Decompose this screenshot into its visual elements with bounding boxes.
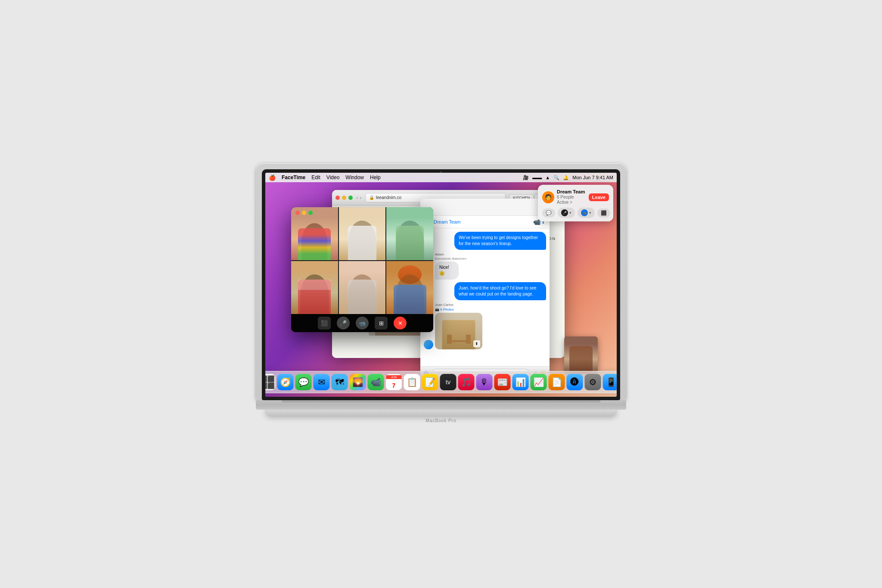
widget-info: Dream Team 6 People Active > (557, 189, 586, 205)
participant-3 (386, 207, 433, 260)
close-dot[interactable] (335, 196, 340, 200)
dock-notes[interactable]: 📝 (422, 374, 438, 390)
message-bubble-sent: We've been trying to get designs togethe… (454, 232, 546, 250)
menu-video[interactable]: Video (326, 174, 339, 180)
share-icon[interactable]: ⬆ (473, 340, 480, 347)
desktop-background: 🍎 FaceTime Edit Video Window Help 🎥 ▬▬ ▲… (265, 173, 617, 397)
notification-icon: 🔔 (563, 175, 569, 180)
forward-icon[interactable]: › (360, 194, 361, 201)
dock-photos[interactable]: 🌄 (350, 374, 366, 390)
menu-window[interactable]: Window (345, 174, 364, 180)
screenshare-button[interactable]: ⬛ (597, 208, 610, 218)
menubar-left: 🍎 FaceTime Edit Video Window Help (269, 174, 381, 181)
minimize-dot[interactable] (342, 196, 346, 200)
dock-launchpad[interactable]: ⬛⬛⬛⬛ (265, 374, 276, 390)
settings-icon: ⚙ (589, 377, 597, 387)
keynote-icon: 📊 (515, 377, 526, 387)
dock-pages[interactable]: 📄 (549, 374, 565, 390)
date-time: Mon Jun 7 9:41 AM (572, 175, 613, 180)
mic-button[interactable]: 🎤 ▾ (558, 208, 575, 218)
layout-button[interactable]: ⊞ (375, 317, 388, 330)
wifi-icon: ▲ (545, 175, 550, 180)
leave-call-button[interactable]: Leave (589, 193, 609, 201)
participant-1 (291, 207, 338, 260)
news-icon: 📰 (497, 377, 508, 387)
chevron-down-icon: ▾ (569, 211, 571, 215)
dock-music[interactable]: 🎵 (458, 374, 475, 390)
ft-close-dot[interactable] (295, 211, 300, 215)
recipient-label: Dream Team (434, 219, 461, 224)
dock-safari[interactable]: 🧭 (277, 374, 294, 390)
macbook-label: MacBook Pro (256, 417, 626, 425)
menu-edit[interactable]: Edit (311, 174, 320, 180)
dock-facetime[interactable]: 📹 (368, 374, 384, 390)
pages-icon: 📄 (551, 377, 562, 387)
end-call-button[interactable]: ✕ (394, 317, 407, 330)
dock-mail[interactable]: ✉ (314, 374, 330, 390)
macbook-base (256, 400, 626, 410)
widget-subtitle: 6 People Active > (557, 195, 586, 205)
maximize-dot[interactable] (348, 196, 353, 200)
participant-6 (386, 261, 433, 314)
menubar-right: 🎥 ▬▬ ▲ 🔍 🔔 Mon Jun 7 9:41 AM (523, 175, 613, 180)
dock-screen-time[interactable]: 📱 (603, 374, 617, 390)
safari-icon: 🧭 (280, 377, 291, 387)
photo-card[interactable]: ⬆ (435, 313, 482, 349)
mail-icon: ✉ (318, 377, 325, 387)
messages-body: We've been trying to get designs togethe… (420, 228, 550, 366)
macbook-hinge (282, 400, 600, 403)
mute-button[interactable]: 🎤 (337, 317, 350, 330)
juan-avatar (424, 340, 433, 349)
launchpad-icon: ⬛⬛⬛⬛ (265, 375, 275, 389)
lock-icon: 🔒 (369, 195, 374, 200)
dock-maps[interactable]: 🗺 (332, 374, 348, 390)
apple-menu[interactable]: 🍎 (269, 174, 276, 181)
participant-2 (339, 207, 386, 260)
back-icon[interactable]: ‹ (356, 194, 358, 201)
maps-icon: 🗺 (335, 377, 344, 387)
facetime-notification-widget: 🧑 Dream Team 6 People Active > Leave 💬 (538, 185, 613, 221)
dock-numbers[interactable]: 📈 (531, 374, 547, 390)
dock-podcasts[interactable]: 🎙 (476, 374, 493, 390)
app-name: FaceTime (282, 174, 305, 180)
appletv-icon: tv (446, 379, 450, 386)
camera-toggle-button[interactable]: 📹 (356, 317, 369, 330)
macbook-lid: 🍎 FaceTime Edit Video Window Help 🎥 ▬▬ ▲… (256, 163, 626, 400)
ft-minimize-dot[interactable] (302, 211, 306, 215)
sender-juan: Juan Carlos (435, 303, 482, 307)
appstore-icon: 🅐 (571, 377, 579, 387)
photos-icon: 🌄 (352, 377, 363, 387)
messages-icon: 💬 (298, 377, 309, 387)
dock-appstore[interactable]: 🅐 (567, 374, 583, 390)
sender-name-konstantin: Konstantin Babichev (435, 257, 466, 261)
numbers-icon: 📈 (533, 377, 544, 387)
chat-button[interactable]: 💬 (542, 208, 555, 218)
dock-calendar[interactable]: JUN 7 (386, 374, 402, 390)
video-dot: 📹 (581, 209, 588, 216)
menubar: 🍎 FaceTime Edit Video Window Help 🎥 ▬▬ ▲… (265, 173, 617, 182)
macbook-stand (264, 410, 618, 417)
sender-name-adam: Adam (435, 252, 466, 256)
dock-system-preferences[interactable]: ⚙ (585, 374, 601, 390)
dock-news[interactable]: 📰 (494, 374, 511, 390)
dock-messages[interactable]: 💬 (295, 374, 312, 390)
screen-bezel: 🍎 FaceTime Edit Video Window Help 🎥 ▬▬ ▲… (262, 169, 620, 400)
screen-share-button[interactable]: ⬛ (318, 317, 331, 330)
thumbnail-video (564, 336, 598, 374)
dock-keynote[interactable]: 📊 (512, 374, 529, 390)
facetime-call-window: ⬛ 🎤 📹 ⊞ ✕ (291, 207, 433, 332)
sent-message-2: Juan, how'd the shoot go? I'd love to se… (424, 282, 546, 300)
photo-message: Juan Carlos 📸 6 Photos (424, 303, 546, 349)
url-text: leeandnim.co (376, 195, 401, 200)
music-icon: 🎵 (461, 377, 472, 387)
facetime-participant-grid (291, 207, 433, 314)
menu-help[interactable]: Help (370, 174, 381, 180)
facetime-icon: 📹 (370, 377, 381, 387)
dock-reminders[interactable]: 📋 (404, 374, 420, 390)
reminders-icon: 📋 (407, 377, 417, 387)
dock-appletv[interactable]: tv (440, 374, 457, 390)
search-icon[interactable]: 🔍 (553, 175, 559, 180)
ft-maximize-dot[interactable] (308, 211, 313, 215)
messages-header: To: Dream Team 📹 ℹ (420, 216, 550, 228)
video-button[interactable]: 📹 ▾ (578, 208, 595, 218)
